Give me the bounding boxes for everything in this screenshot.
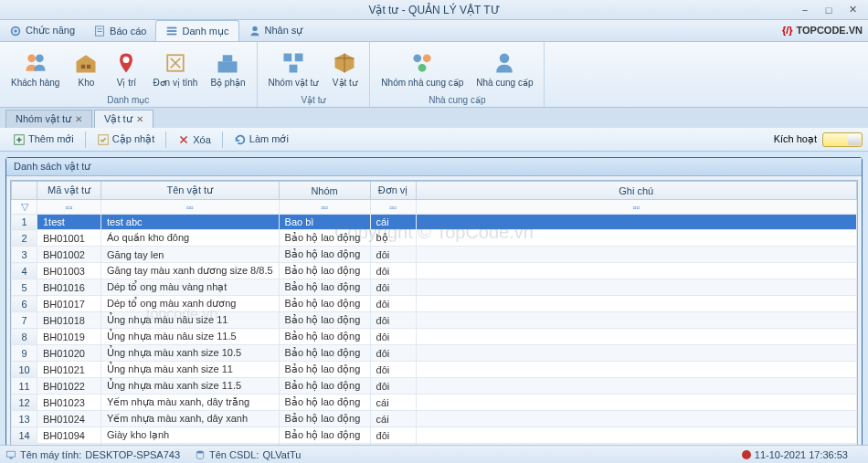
cell-ghichu[interactable] (416, 427, 856, 444)
col-header[interactable]: Mã vật tư (37, 182, 101, 200)
filter-indicator[interactable]: ▽ (12, 200, 37, 215)
cell-ghichu[interactable] (416, 296, 856, 312)
cell-donvi[interactable]: đôi (370, 247, 416, 263)
filter-cell[interactable]: ▫▫ (37, 200, 101, 215)
cell-ma[interactable]: BH01016 (37, 279, 101, 296)
menu-tab-baocao[interactable]: Báo cáo (84, 20, 155, 41)
cell-donvi[interactable]: đôi (370, 312, 416, 329)
cell-ma[interactable]: 1test (37, 215, 101, 230)
cell-nhom[interactable]: Bảo hộ lao động (279, 362, 370, 378)
close-icon[interactable]: ✕ (136, 114, 143, 124)
table-row[interactable]: 10BH01021Ủng nhựa màu xanh size 11Bảo hộ… (12, 362, 857, 378)
col-header[interactable]: Đơn vị (370, 182, 416, 200)
ribbon-btn-khachhang[interactable]: Khách hàng (5, 44, 65, 94)
filter-cell[interactable]: ▫▫ (370, 200, 416, 215)
table-row[interactable]: 3BH01002Găng tay lenBảo hộ lao độngđôi (12, 247, 857, 263)
add-button[interactable]: Thêm mới (5, 131, 81, 149)
cell-ma[interactable]: BH01020 (37, 345, 101, 362)
cell-nhom[interactable]: Bảo hộ lao động (279, 378, 370, 395)
ribbon-btn-nhacungcap[interactable]: Nhà cung cấp (471, 44, 538, 94)
menu-tab-chucnang[interactable]: Chức năng (0, 20, 84, 41)
cell-donvi[interactable]: đôi (370, 362, 416, 378)
cell-donvi[interactable]: đôi (370, 427, 416, 444)
table-row[interactable]: 13BH01024Yếm nhựa màu xanh, dây xanhBảo … (12, 411, 857, 427)
cell-ghichu[interactable] (416, 378, 856, 395)
cell-ghichu[interactable] (416, 247, 856, 263)
cell-ma[interactable]: BH01001 (37, 230, 101, 247)
cell-ten[interactable]: Ủng nhựa màu xanh size 10.5 (101, 345, 280, 362)
table-row[interactable]: 8BH01019Ủng nhựa màu nâu size 11.5Bảo hộ… (12, 329, 857, 345)
cell-donvi[interactable]: cái (370, 411, 416, 427)
cell-ten[interactable]: Găng tay màu xanh dương size 8/8.5 (101, 263, 280, 279)
cell-ten[interactable]: test abc (101, 215, 280, 230)
grid-scroll[interactable]: Mã vật tư Tên vật tư Nhóm Đơn vị Ghi chú… (11, 181, 857, 458)
cell-ma[interactable]: BH01003 (37, 263, 101, 279)
cell-nhom[interactable]: Bảo hộ lao động (279, 279, 370, 296)
cell-nhom[interactable]: Bảo hộ lao động (279, 427, 370, 444)
cell-ma[interactable]: BH01023 (37, 395, 101, 411)
table-row[interactable]: 12BH01023Yếm nhựa màu xanh, dây trắngBảo… (12, 395, 857, 411)
cell-ten[interactable]: Ủng nhựa màu xanh size 11.5 (101, 378, 280, 395)
maximize-button[interactable]: □ (819, 3, 839, 17)
cell-ten[interactable]: Dép tổ ong màu xanh dương (101, 296, 280, 312)
table-row[interactable]: 7BH01018Ủng nhựa màu nâu size 11Bảo hộ l… (12, 312, 857, 329)
cell-ghichu[interactable] (416, 345, 856, 362)
menu-tab-nhansu[interactable]: Nhân sự (239, 20, 312, 41)
table-row[interactable]: 14BH01094Giày kho lạnhBảo hộ lao độngđôi (12, 427, 857, 444)
cell-donvi[interactable]: đôi (370, 263, 416, 279)
doc-tab-nhomvattu[interactable]: Nhóm vật tư✕ (5, 110, 92, 128)
doc-tab-vattu[interactable]: Vật tư✕ (94, 110, 153, 128)
table-row[interactable]: 6BH01017Dép tổ ong màu xanh dươngBảo hộ … (12, 296, 857, 312)
cell-ten[interactable]: Yếm nhựa màu xanh, dây xanh (101, 411, 280, 427)
cell-donvi[interactable]: đôi (370, 329, 416, 345)
cell-ten[interactable]: Ủng nhựa màu nâu size 11.5 (101, 329, 280, 345)
cell-ma[interactable]: BH01024 (37, 411, 101, 427)
table-row[interactable]: 2BH01001Áo quần kho đôngBảo hộ lao độngb… (12, 230, 857, 247)
cell-ma[interactable]: BH01019 (37, 329, 101, 345)
menu-tab-danhmuc[interactable]: Danh mục (155, 20, 238, 41)
cell-nhom[interactable]: Bảo hộ lao động (279, 411, 370, 427)
delete-button[interactable]: Xóa (170, 131, 218, 149)
ribbon-btn-vattu[interactable]: Vật tư (325, 44, 364, 94)
cell-ghichu[interactable] (416, 279, 856, 296)
ribbon-btn-nhomvattu[interactable]: Nhóm vật tư (263, 44, 324, 94)
cell-nhom[interactable]: Bảo hộ lao động (279, 296, 370, 312)
cell-ma[interactable]: BH01018 (37, 312, 101, 329)
cell-nhom[interactable]: Bảo hộ lao động (279, 312, 370, 329)
ribbon-btn-donvitinh[interactable]: Đơn vị tính (147, 44, 203, 94)
cell-donvi[interactable]: đôi (370, 279, 416, 296)
cell-nhom[interactable]: Bảo hộ lao động (279, 329, 370, 345)
cell-nhom[interactable]: Bảo hộ lao động (279, 345, 370, 362)
cell-ghichu[interactable] (416, 215, 856, 230)
filter-cell[interactable]: ▫▫ (279, 200, 370, 215)
cell-donvi[interactable]: cái (370, 215, 416, 230)
cell-nhom[interactable]: Bảo hộ lao động (279, 247, 370, 263)
cell-donvi[interactable]: đôi (370, 378, 416, 395)
update-button[interactable]: Cập nhật (90, 131, 162, 149)
filter-cell[interactable]: ▫▫ (416, 200, 856, 215)
ribbon-btn-kho[interactable]: Kho (67, 44, 105, 94)
cell-nhom[interactable]: Bảo hộ lao động (279, 230, 370, 247)
minimize-button[interactable]: − (795, 3, 815, 17)
cell-donvi[interactable]: đôi (370, 296, 416, 312)
cell-ten[interactable]: Áo quần kho đông (101, 230, 280, 247)
cell-ghichu[interactable] (416, 263, 856, 279)
cell-ma[interactable]: BH01022 (37, 378, 101, 395)
cell-ten[interactable]: Giày kho lạnh (101, 427, 280, 444)
refresh-button[interactable]: Làm mới (227, 131, 296, 149)
ribbon-btn-vitri[interactable]: Vị trí (107, 44, 145, 94)
cell-ma[interactable]: BH01021 (37, 362, 101, 378)
col-header[interactable]: Tên vật tư (101, 182, 280, 200)
ribbon-btn-bophan[interactable]: Bộ phận (205, 44, 250, 94)
table-row[interactable]: 11BH01022Ủng nhựa màu xanh size 11.5Bảo … (12, 378, 857, 395)
cell-ghichu[interactable] (416, 362, 856, 378)
cell-ten[interactable]: Dép tổ ong màu vàng nhạt (101, 279, 280, 296)
close-icon[interactable]: ✕ (75, 114, 82, 124)
cell-ghichu[interactable] (416, 312, 856, 329)
table-row[interactable]: 5BH01016Dép tổ ong màu vàng nhạtBảo hộ l… (12, 279, 857, 296)
filter-cell[interactable]: ▫▫ (101, 200, 280, 215)
cell-ten[interactable]: Yếm nhựa màu xanh, dây trắng (101, 395, 280, 411)
cell-nhom[interactable]: Bảo hộ lao động (279, 263, 370, 279)
table-row[interactable]: 9BH01020Ủng nhựa màu xanh size 10.5Bảo h… (12, 345, 857, 362)
cell-ma[interactable]: BH01094 (37, 427, 101, 444)
